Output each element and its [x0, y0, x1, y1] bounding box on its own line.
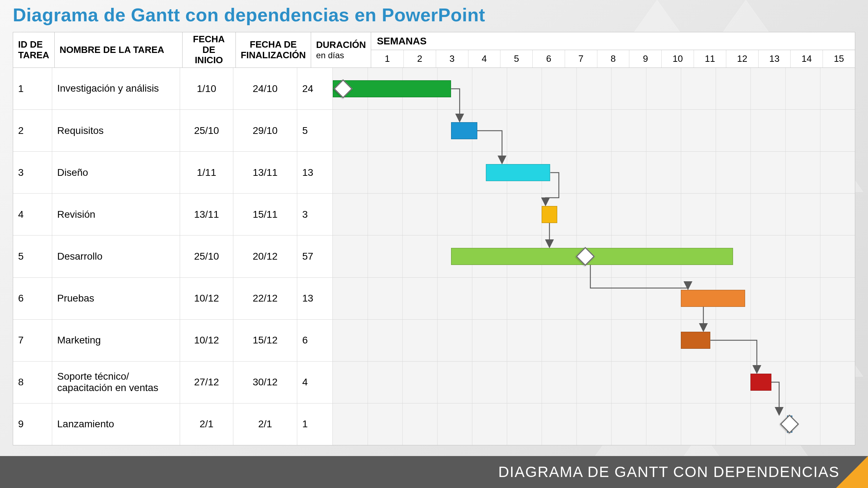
cell-name: Investigación y análisis	[52, 68, 180, 109]
gantt-overlay	[333, 68, 855, 445]
cell-name: Pruebas	[52, 278, 180, 319]
slide-title: Diagrama de Gantt con dependencias en Po…	[13, 4, 485, 26]
cell-name: Marketing	[52, 320, 180, 361]
cell-start: 10/12	[180, 278, 233, 319]
col-header-start: FECHA DE INICIO	[183, 32, 236, 67]
week-number: 3	[436, 50, 468, 67]
cell-name: Diseño	[52, 152, 180, 193]
week-number: 10	[661, 50, 694, 67]
cell-duration: 13	[297, 278, 333, 319]
gantt-bar	[451, 122, 477, 139]
cell-end: 15/12	[233, 320, 297, 361]
cell-duration: 6	[297, 320, 333, 361]
week-number: 4	[468, 50, 500, 67]
col-header-end: FECHA DE FINALIZACIÓN	[236, 32, 311, 67]
week-number-row: 123456789101112131415	[371, 50, 855, 67]
cell-id: 8	[13, 362, 52, 403]
gantt-bar	[750, 374, 771, 391]
week-number: 9	[629, 50, 661, 67]
col-header-id: ID DE TAREA	[13, 32, 55, 67]
cell-id: 2	[13, 110, 52, 151]
col-header-weeks: SEMANAS	[371, 32, 855, 50]
week-number: 14	[790, 50, 823, 67]
cell-end: 24/10	[233, 68, 297, 109]
cell-start: 10/12	[180, 320, 233, 361]
cell-duration: 24	[297, 68, 333, 109]
cell-end: 22/12	[233, 278, 297, 319]
chart-header: ID DE TAREA NOMBRE DE LA TAREA FECHA DE …	[13, 32, 855, 68]
gantt-bar	[486, 164, 550, 181]
footer-bar: DIAGRAMA DE GANTT CON DEPENDENCIAS	[0, 456, 868, 488]
cell-id: 5	[13, 235, 52, 277]
week-number: 11	[694, 50, 726, 67]
cell-id: 9	[13, 403, 52, 445]
cell-id: 6	[13, 278, 52, 319]
gantt-bar	[681, 290, 745, 307]
col-header-dur-sub: en días	[316, 50, 366, 60]
gantt-bar	[542, 206, 557, 223]
col-header-dur: DURACIÓN en días	[311, 32, 371, 67]
footer-text: DIAGRAMA DE GANTT CON DEPENDENCIAS	[498, 463, 840, 481]
cell-duration: 5	[297, 110, 333, 151]
cell-end: 30/12	[233, 362, 297, 403]
cell-duration: 1	[297, 403, 333, 445]
cell-start: 13/11	[180, 194, 233, 235]
week-number: 2	[403, 50, 436, 67]
gantt-chart: ID DE TAREA NOMBRE DE LA TAREA FECHA DE …	[13, 32, 855, 445]
week-number: 13	[758, 50, 791, 67]
col-header-name: NOMBRE DE LA TAREA	[55, 32, 183, 67]
week-number: 5	[500, 50, 532, 67]
cell-start: 1/10	[180, 68, 233, 109]
cell-duration: 57	[297, 235, 333, 277]
cell-name: Requisitos	[52, 110, 180, 151]
cell-id: 1	[13, 68, 52, 109]
cell-name: Soporte técnico/ capacitación en ventas	[52, 362, 180, 403]
cell-start: 1/11	[180, 152, 233, 193]
week-number: 8	[597, 50, 629, 67]
cell-id: 7	[13, 320, 52, 361]
cell-duration: 4	[297, 362, 333, 403]
cell-start: 25/10	[180, 110, 233, 151]
week-number: 7	[565, 50, 597, 67]
col-header-dur-main: DURACIÓN	[316, 40, 366, 50]
cell-duration: 3	[297, 194, 333, 235]
cell-id: 3	[13, 152, 52, 193]
cell-start: 2/1	[180, 403, 233, 445]
week-number: 12	[726, 50, 758, 67]
week-number: 15	[823, 50, 855, 67]
cell-name: Desarrollo	[52, 235, 180, 277]
cell-end: 29/10	[233, 110, 297, 151]
cell-end: 15/11	[233, 194, 297, 235]
cell-start: 27/12	[180, 362, 233, 403]
cell-end: 2/1	[233, 403, 297, 445]
cell-end: 20/12	[233, 235, 297, 277]
cell-start: 25/10	[180, 235, 233, 277]
cell-end: 13/11	[233, 152, 297, 193]
cell-name: Lanzamiento	[52, 403, 180, 445]
week-number: 1	[371, 50, 403, 67]
gantt-bar	[681, 332, 710, 349]
footer-accent-icon	[836, 456, 868, 488]
cell-id: 4	[13, 194, 52, 235]
cell-duration: 13	[297, 152, 333, 193]
week-number: 6	[532, 50, 565, 67]
cell-name: Revisión	[52, 194, 180, 235]
